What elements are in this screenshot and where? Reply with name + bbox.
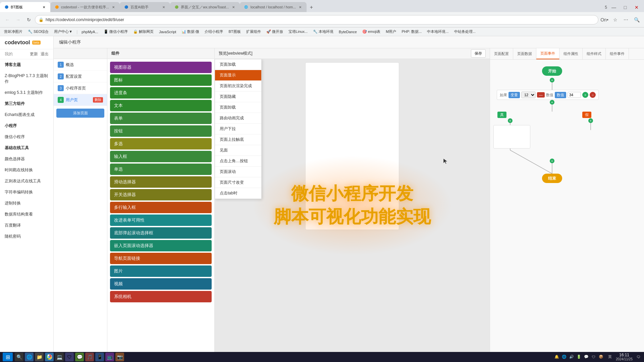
tab-page-data[interactable]: 页面数据: [513, 48, 536, 59]
page-item-3[interactable]: 3 小程序首页: [54, 82, 107, 94]
sys-icon-4[interactable]: 🔋: [576, 354, 582, 360]
close-button[interactable]: ✕: [632, 3, 641, 12]
bookmark-btn[interactable]: ☆: [610, 15, 620, 24]
sidebar-item-third-party[interactable]: 第三方组件: [0, 98, 53, 109]
flow-false-add-btn[interactable]: +: [588, 118, 593, 123]
component-nav-link[interactable]: 导航页面链接: [110, 253, 212, 264]
component-text[interactable]: 文本: [110, 100, 212, 111]
dropdown-item-page-unload[interactable]: 页面卸载: [215, 102, 261, 113]
more-btn[interactable]: ⋯: [621, 15, 631, 24]
condition-val-type[interactable]: 数值: [555, 92, 566, 98]
bookmark-localenv[interactable]: 🔧 本地环境: [312, 28, 335, 35]
sidebar-item-regex[interactable]: 正则表达式在线工具: [0, 176, 53, 187]
sidebar-item-wechat-mini[interactable]: 微信小程序: [0, 131, 53, 142]
sidebar-item-base-convert[interactable]: 进制转换: [0, 198, 53, 209]
tab-close-bt[interactable]: ✕: [42, 5, 46, 9]
flow-add-btn-1[interactable]: +: [550, 78, 554, 82]
taskbar-folder[interactable]: 📁: [35, 353, 44, 361]
sidebar-item-random-pwd[interactable]: 随机密码: [0, 231, 53, 242]
flow-merge-add-btn[interactable]: +: [550, 159, 554, 163]
tab-wx[interactable]: 🟢 界面／交互／wx.showToast... ✕: [170, 2, 240, 12]
bookmark-wk[interactable]: 🚀 微开放: [265, 28, 284, 35]
branch-false[interactable]: 假: [582, 112, 591, 118]
bookmark-js[interactable]: JavaScript: [158, 29, 177, 35]
search-btn[interactable]: 🔍: [632, 15, 641, 24]
sidebar-item-miniapp[interactable]: 小程序: [0, 120, 53, 131]
taskbar-app[interactable]: 📺: [105, 353, 114, 361]
dropdown-item-page-reach-bottom[interactable]: 页面上拉触底: [215, 134, 261, 145]
taskbar-chrome[interactable]: [45, 353, 54, 361]
dropdown-item-page-first-render[interactable]: 页面初次渲染完成: [215, 81, 261, 92]
component-video[interactable]: 视频: [110, 278, 212, 290]
taskbar-ie[interactable]: 🌐: [25, 353, 34, 361]
condition-val-input[interactable]: [568, 92, 581, 98]
condition-var-select[interactable]: 12: [521, 92, 536, 98]
dropdown-item-page-resize[interactable]: 页面尺寸改变: [215, 177, 261, 188]
sidebar-item-str-encode[interactable]: 字符串编码转换: [0, 187, 53, 198]
update-btn[interactable]: 更新: [30, 51, 38, 57]
new-tab-button[interactable]: +: [307, 3, 316, 12]
component-page-picker[interactable]: 嵌入页面滚动选择器: [110, 240, 212, 251]
tab-baidu[interactable]: 🔵 百度AI助手 ✕: [120, 2, 170, 12]
dropdown-item-page-show[interactable]: 页面显示: [215, 70, 261, 81]
bookmark-emoji[interactable]: 🎯 emoji表: [361, 28, 382, 35]
address-bar[interactable]: 🔒 https://codevtool.com/miniproject/edit…: [35, 15, 598, 24]
sidebar-item-echarts[interactable]: Echarts图表生成: [0, 109, 53, 120]
component-switch[interactable]: 开关选择器: [110, 189, 212, 200]
bookmark-data-wei[interactable]: 📊 数据·微: [180, 28, 201, 35]
tab-codevtool[interactable]: 🟠 codevtool - 一款方便非程序... ✕: [50, 2, 120, 12]
flow-start-node[interactable]: 开始: [542, 66, 562, 76]
page-item-1[interactable]: 1 概选: [54, 59, 107, 71]
bookmark-phpmyadmin[interactable]: phpMyA...: [80, 29, 100, 35]
bookmark-seo[interactable]: 🔧 SEO综合: [26, 28, 50, 35]
bookmark-unchecker[interactable]: 🔒 解除网页: [132, 28, 155, 35]
component-radio[interactable]: 单选: [110, 164, 212, 175]
condition-op[interactable]: —: [537, 92, 545, 98]
dropdown-item-tab-click[interactable]: 点击tab时: [215, 188, 261, 199]
save-button[interactable]: 保存: [471, 49, 486, 58]
component-progress[interactable]: 进度条: [110, 87, 212, 99]
bookmark-user[interactable]: 用户中心▼: [53, 28, 74, 35]
page-item-4[interactable]: 4 用户页 删除: [54, 94, 107, 106]
sys-icon-7[interactable]: 📦: [598, 354, 604, 360]
component-image[interactable]: 图片: [110, 265, 212, 277]
sys-icon-3[interactable]: 🔊: [569, 354, 575, 360]
tab-component-props[interactable]: 组件属性: [559, 48, 583, 59]
component-camera[interactable]: 系统相机: [110, 291, 212, 302]
component-slider[interactable]: 滑动选择器: [110, 176, 212, 188]
taskbar-debugger[interactable]: 🛡: [65, 353, 74, 361]
taskbar-vscode[interactable]: 💻: [55, 353, 64, 361]
sidebar-item-blog-theme[interactable]: 博客主题: [0, 59, 53, 70]
taskbar-mobile[interactable]: 📱: [95, 353, 104, 361]
component-icon[interactable]: 图标: [110, 74, 212, 86]
component-form[interactable]: 表单: [110, 113, 212, 124]
delete-page-btn[interactable]: 删除: [93, 97, 103, 103]
dropdown-item-page-load[interactable]: 页面加载: [215, 59, 261, 70]
maximize-button[interactable]: □: [621, 3, 630, 12]
bookmark-wechat[interactable]: 📱 微信小程序: [102, 28, 129, 35]
tab-component-style[interactable]: 组件样式: [583, 48, 606, 59]
sidebar-item-color-picker[interactable]: 颜色选择器: [0, 154, 53, 165]
on-btn[interactable]: On•: [600, 15, 609, 24]
component-multi-select[interactable]: 多选: [110, 138, 212, 149]
sys-icon-5[interactable]: 💬: [583, 354, 589, 360]
sys-icon-2[interactable]: 🌐: [561, 354, 567, 360]
bookmark-ext[interactable]: 扩展组件: [245, 28, 262, 35]
taskbar-clock[interactable]: 16:11 2024/11/25: [616, 353, 633, 361]
minimize-button[interactable]: —: [609, 3, 619, 12]
component-form-enhanced[interactable]: 改进表单可用性: [110, 215, 212, 226]
taskbar-music[interactable]: 🎵: [85, 353, 94, 361]
branch-true[interactable]: 真: [497, 112, 506, 118]
component-textarea[interactable]: 多行输入框: [110, 202, 212, 213]
taskbar-camera[interactable]: 📷: [115, 353, 124, 361]
dropdown-item-route-anim[interactable]: 路由动画完成: [215, 113, 261, 124]
sidebar-item-db-viewer[interactable]: 数据库结构查看: [0, 209, 53, 220]
tab-close-localhost[interactable]: ✕: [298, 5, 303, 9]
sys-icon-1[interactable]: 🔔: [554, 354, 560, 360]
taskbar-wechat[interactable]: 💬: [75, 353, 84, 361]
sidebar-item-timestamp[interactable]: 时间戳在线转换: [0, 165, 53, 176]
bookmark-site[interactable]: 中站务处理...: [453, 28, 477, 35]
tab-close-baidu[interactable]: ✕: [161, 5, 166, 9]
back-button[interactable]: ←: [3, 15, 12, 24]
tab-component-event[interactable]: 组件事件: [606, 48, 629, 59]
